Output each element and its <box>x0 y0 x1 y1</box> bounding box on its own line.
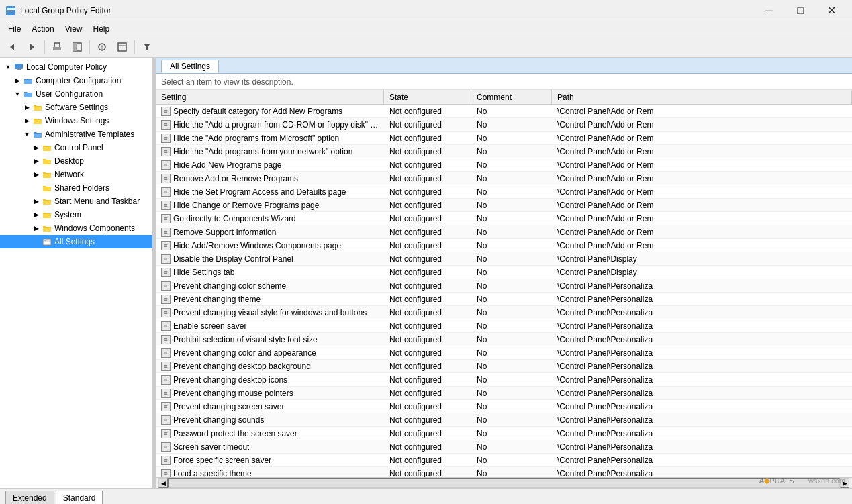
setting-icon: ≡ <box>161 268 171 277</box>
table-row[interactable]: ≡ Screen saver timeout Not configured No… <box>156 440 852 454</box>
expander-windows-settings[interactable]: ▶ <box>21 115 32 126</box>
scroll-left-button[interactable]: ◀ <box>158 478 168 488</box>
expander-computer-configuration[interactable]: ▶ <box>12 75 23 86</box>
expander-system[interactable]: ▶ <box>31 209 42 220</box>
table-row[interactable]: ≡ Prohibit selection of visual style fon… <box>156 333 852 346</box>
expander-windows-components[interactable]: ▶ <box>31 223 42 234</box>
up-button[interactable] <box>48 38 66 56</box>
cell-setting: ≡ Prevent changing visual style for wind… <box>156 306 384 319</box>
table-row[interactable]: ≡ Remove Support Information Not configu… <box>156 225 852 239</box>
forward-button[interactable] <box>23 38 42 56</box>
setting-label: Prevent changing sounds <box>173 415 264 425</box>
cell-state: Not configured <box>384 373 471 386</box>
table-row[interactable]: ≡ Prevent changing color and appearance … <box>156 346 852 360</box>
cell-state: Not configured <box>384 427 471 440</box>
filter-button[interactable] <box>138 38 156 56</box>
menu-action[interactable]: Action <box>26 23 59 35</box>
svg-text:i: i <box>101 44 103 51</box>
tree-panel[interactable]: ▼ Local Computer Policy ▶ Computer Confi… <box>0 58 153 488</box>
cell-path: \Control Panel\Personaliza <box>552 333 852 346</box>
table-row[interactable]: ≡ Hide Settings tab Not configured No \C… <box>156 266 852 279</box>
expander-control-panel[interactable]: ▶ <box>31 142 42 153</box>
standard-tab[interactable]: Standard <box>56 491 103 504</box>
table-row[interactable]: ≡ Prevent changing desktop icons Not con… <box>156 373 852 387</box>
expander-administrative-templates[interactable]: ▼ <box>21 129 32 140</box>
cell-path: \Control Panel\Add or Rem <box>552 158 852 171</box>
tree-item-software-settings[interactable]: ▶ Software Settings <box>0 101 152 114</box>
tree-item-windows-components[interactable]: ▶ Windows Components <box>0 221 152 235</box>
col-header-comment[interactable]: Comment <box>471 90 552 104</box>
tree-item-system[interactable]: ▶ System <box>0 208 152 221</box>
properties-button[interactable]: i <box>93 38 111 56</box>
expander-user-configuration[interactable]: ▼ <box>12 89 23 99</box>
tree-item-desktop[interactable]: ▶ Desktop <box>0 154 152 168</box>
menu-file[interactable]: File <box>3 23 26 35</box>
description-text: Select an item to view its description. <box>161 77 293 87</box>
table-row[interactable]: ≡ Hide the "Add programs from your netwo… <box>156 145 852 158</box>
minimize-button[interactable]: ─ <box>754 0 785 21</box>
label-administrative-templates: Administrative Templates <box>45 130 134 139</box>
tree-item-shared-folders[interactable]: ▶ Shared Folders <box>0 181 152 195</box>
tree-item-windows-settings[interactable]: ▶ Windows Settings <box>0 114 152 128</box>
horizontal-scrollbar[interactable] <box>168 478 840 488</box>
table-row[interactable]: ≡ Prevent changing screen saver Not conf… <box>156 400 852 413</box>
extended-tab[interactable]: Extended <box>5 491 54 504</box>
table-row[interactable]: ≡ Enable screen saver Not configured No … <box>156 319 852 333</box>
table-row[interactable]: ≡ Disable the Display Control Panel Not … <box>156 252 852 266</box>
setting-icon: ≡ <box>161 241 171 250</box>
col-header-state[interactable]: State <box>384 90 471 104</box>
col-header-path[interactable]: Path <box>552 90 852 104</box>
cell-state: Not configured <box>384 172 471 185</box>
table-row[interactable]: ≡ Remove Add or Remove Programs Not conf… <box>156 172 852 185</box>
setting-label: Enable screen saver <box>173 321 246 331</box>
scroll-right-button[interactable]: ▶ <box>840 478 849 488</box>
cell-setting: ≡ Prevent changing screen saver <box>156 400 384 413</box>
menu-view[interactable]: View <box>60 23 88 35</box>
expander-software-settings[interactable]: ▶ <box>21 102 32 113</box>
table-row[interactable]: ≡ Load a specific theme Not configured N… <box>156 467 852 477</box>
table-row[interactable]: ≡ Prevent changing visual style for wind… <box>156 306 852 319</box>
cell-setting: ≡ Prohibit selection of visual style fon… <box>156 333 384 346</box>
table-row[interactable]: ≡ Hide the "Add programs from Microsoft"… <box>156 132 852 145</box>
setting-label: Prevent changing desktop background <box>173 362 311 371</box>
tree-item-local-computer-policy[interactable]: ▼ Local Computer Policy <box>0 60 152 74</box>
table-row[interactable]: ≡ Force specific screen saver Not config… <box>156 454 852 467</box>
tree-item-administrative-templates[interactable]: ▼ Administrative Templates <box>0 128 152 141</box>
table-row[interactable]: ≡ Prevent changing mouse pointers Not co… <box>156 387 852 400</box>
back-button[interactable] <box>3 38 21 56</box>
expander-network[interactable]: ▶ <box>31 169 42 180</box>
label-computer-configuration: Computer Configuration <box>36 76 121 85</box>
help-button[interactable] <box>113 38 132 56</box>
expander-start-menu[interactable]: ▶ <box>31 196 42 207</box>
setting-icon: ≡ <box>161 429 171 438</box>
tree-item-computer-configuration[interactable]: ▶ Computer Configuration <box>0 74 152 87</box>
table-row[interactable]: ≡ Password protect the screen saver Not … <box>156 427 852 440</box>
menu-help[interactable]: Help <box>88 23 115 35</box>
expander-local-computer-policy[interactable]: ▼ <box>3 62 13 72</box>
close-button[interactable]: ✕ <box>816 0 847 21</box>
show-hide-button[interactable] <box>68 38 87 56</box>
toolbar-separator-3 <box>134 40 135 54</box>
expander-desktop[interactable]: ▶ <box>31 156 42 166</box>
svg-rect-1 <box>7 8 15 9</box>
col-header-setting[interactable]: Setting <box>156 90 384 104</box>
all-settings-tab[interactable]: All Settings <box>161 60 219 73</box>
table-row[interactable]: ≡ Prevent changing color scheme Not conf… <box>156 279 852 293</box>
table-row[interactable]: ≡ Hide the Set Program Access and Defaul… <box>156 185 852 199</box>
tree-item-user-configuration[interactable]: ▼ User Configuration <box>0 87 152 101</box>
maximize-button[interactable]: □ <box>785 0 816 21</box>
tree-item-control-panel[interactable]: ▶ Control Panel <box>0 141 152 154</box>
window-title: Local Group Policy Editor <box>20 6 754 15</box>
table-row[interactable]: ≡ Hide Add New Programs page Not configu… <box>156 158 852 172</box>
table-row[interactable]: ≡ Prevent changing theme Not configured … <box>156 293 852 306</box>
table-row[interactable]: ≡ Go directly to Components Wizard Not c… <box>156 212 852 225</box>
table-row[interactable]: ≡ Hide the "Add a program from CD-ROM or… <box>156 118 852 132</box>
tree-item-network[interactable]: ▶ Network <box>0 168 152 181</box>
table-row[interactable]: ≡ Hide Change or Remove Programs page No… <box>156 199 852 212</box>
table-row[interactable]: ≡ Specify default category for Add New P… <box>156 105 852 118</box>
tree-item-all-settings[interactable]: ▶ All Settings <box>0 235 152 248</box>
tree-item-start-menu[interactable]: ▶ Start Menu and Taskbar <box>0 195 152 208</box>
table-row[interactable]: ≡ Prevent changing desktop background No… <box>156 360 852 373</box>
table-row[interactable]: ≡ Hide Add/Remove Windows Components pag… <box>156 239 852 252</box>
table-row[interactable]: ≡ Prevent changing sounds Not configured… <box>156 413 852 427</box>
